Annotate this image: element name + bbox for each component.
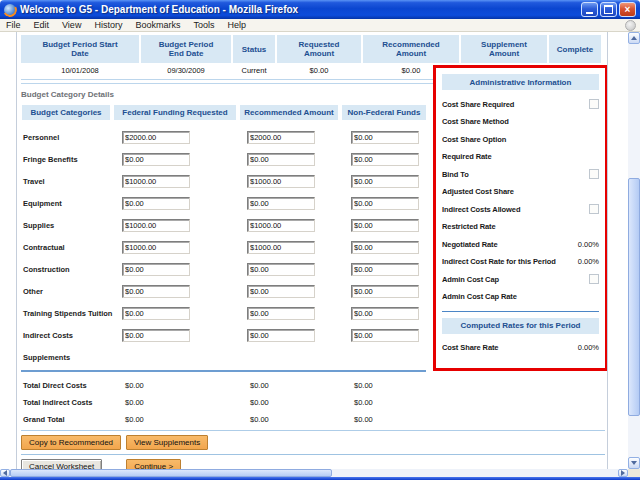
federal-input[interactable] (122, 153, 190, 166)
admin-row: Required Rate (442, 151, 599, 163)
recommended-input[interactable] (247, 219, 315, 232)
scrollbar-corner (628, 469, 640, 477)
nonfederal-input[interactable] (351, 219, 419, 232)
admin-cost-cap-checkbox[interactable] (589, 274, 599, 284)
recommended-input[interactable] (247, 241, 315, 254)
recommended-input[interactable] (247, 285, 315, 298)
period-header-cell: Budget Period Start Date (21, 35, 139, 63)
period-table-header: Budget Period Start Date Budget Period E… (21, 35, 607, 63)
admin-row: Restricted Rate (442, 221, 599, 233)
restore-button[interactable] (600, 2, 617, 17)
close-icon: × (625, 5, 631, 15)
federal-input[interactable] (122, 285, 190, 298)
federal-input[interactable] (122, 241, 190, 254)
scroll-right-button[interactable] (618, 469, 628, 477)
admin-row: Cost Share Rate 0.00% (442, 342, 599, 354)
totals-row: Total Direct Costs$0.00$0.00$0.00 (21, 377, 607, 394)
admin-row: Cost Share Method (442, 116, 599, 128)
nonfederal-input[interactable] (351, 241, 419, 254)
nonfederal-input[interactable] (351, 285, 419, 298)
nonfederal-input[interactable] (351, 307, 419, 320)
federal-input[interactable] (122, 175, 190, 188)
minimize-icon (586, 12, 593, 14)
recommended-input[interactable] (247, 329, 315, 342)
admin-row: Admin Cost Cap (442, 273, 599, 285)
category-label: Supplies (21, 221, 122, 230)
category-label: Equipment (21, 199, 122, 208)
nonfederal-input[interactable] (351, 131, 419, 144)
horizontal-scrollbar[interactable] (0, 469, 628, 477)
admin-row: Negotiated Rate0.00% (442, 238, 599, 250)
negotiated-rate-value: 0.00% (578, 240, 599, 249)
budget-header-cell: Budget Categories (22, 105, 110, 120)
total-nonfederal-value: $0.00 (351, 398, 431, 407)
menu-file[interactable]: File (6, 20, 21, 30)
computed-rates-title: Computed Rates for this Period (442, 318, 599, 334)
recommended-input[interactable] (247, 197, 315, 210)
category-label: Construction (21, 265, 122, 274)
recommended-input[interactable] (247, 153, 315, 166)
menu-tools[interactable]: Tools (193, 20, 214, 30)
federal-input[interactable] (122, 263, 190, 276)
copy-to-recommended-button[interactable]: Copy to Recommended (21, 435, 121, 450)
menu-history[interactable]: History (94, 20, 122, 30)
period-requested-amount: $0.00 (277, 63, 361, 78)
scroll-left-button[interactable] (0, 469, 10, 477)
recommended-input[interactable] (247, 131, 315, 144)
bind-to-checkbox[interactable] (589, 169, 599, 179)
nonfederal-input[interactable] (351, 329, 419, 342)
minimize-button[interactable] (581, 2, 598, 17)
nonfederal-input[interactable] (351, 153, 419, 166)
admin-label: Required Rate (442, 152, 492, 161)
divider-line (21, 370, 426, 372)
federal-input[interactable] (122, 219, 190, 232)
scroll-down-button[interactable] (628, 457, 640, 469)
total-label: Grand Total (21, 415, 122, 424)
cost-share-required-checkbox[interactable] (589, 99, 599, 109)
admin-label: Admin Cost Cap Rate (442, 292, 517, 301)
view-supplements-button[interactable]: View Supplements (126, 435, 208, 450)
period-start-date: 10/01/2008 (21, 63, 139, 78)
totals-row: Total Indirect Costs$0.00$0.00$0.00 (21, 394, 607, 411)
federal-input[interactable] (122, 307, 190, 320)
budget-header-cell: Non-Federal Funds (342, 105, 426, 120)
category-label: Training Stipends Tuition (21, 309, 122, 318)
indirect-costs-allowed-checkbox[interactable] (589, 204, 599, 214)
indirect-cost-rate-for-this-period-value: 0.00% (578, 257, 599, 266)
arrow-right-icon (621, 470, 625, 476)
category-label: Contractual (21, 243, 122, 252)
admin-label: Indirect Cost Rate for this Period (442, 257, 556, 266)
totals-rows: Total Direct Costs$0.00$0.00$0.00Total I… (21, 377, 607, 428)
nonfederal-input[interactable] (351, 175, 419, 188)
horizontal-scrollbar-thumb[interactable] (10, 469, 332, 477)
category-label: Personnel (21, 133, 122, 142)
cancel-worksheet-button[interactable]: Cancel Worksheet (21, 459, 102, 469)
category-label: Other (21, 287, 122, 296)
vertical-scrollbar[interactable] (628, 32, 640, 469)
continue-button[interactable]: Continue > (126, 459, 181, 469)
vertical-scrollbar-thumb[interactable] (628, 178, 640, 416)
nonfederal-input[interactable] (351, 197, 419, 210)
federal-input[interactable] (122, 131, 190, 144)
recommended-input[interactable] (247, 307, 315, 320)
admin-label: Indirect Costs Allowed (442, 205, 520, 214)
menu-bar: File Edit View History Bookmarks Tools H… (0, 19, 640, 32)
title-bar[interactable]: Welcome to G5 - Department of Education … (0, 0, 640, 19)
nonfederal-input[interactable] (351, 263, 419, 276)
close-button[interactable]: × (619, 2, 636, 17)
category-label: Indirect Costs (21, 331, 122, 340)
menu-help[interactable]: Help (227, 20, 246, 30)
menu-edit[interactable]: Edit (34, 20, 50, 30)
federal-input[interactable] (122, 329, 190, 342)
scroll-up-button[interactable] (628, 32, 640, 44)
recommended-input[interactable] (247, 263, 315, 276)
menu-bookmarks[interactable]: Bookmarks (135, 20, 180, 30)
arrow-left-icon (3, 470, 7, 476)
recommended-input[interactable] (247, 175, 315, 188)
divider-line (21, 454, 605, 455)
federal-input[interactable] (122, 197, 190, 210)
admin-row: Indirect Cost Rate for this Period0.00% (442, 256, 599, 268)
budget-details-area: Budget Categories Federal Funding Reques… (21, 105, 607, 469)
menu-view[interactable]: View (62, 20, 81, 30)
admin-label: Cost Share Method (442, 117, 509, 126)
